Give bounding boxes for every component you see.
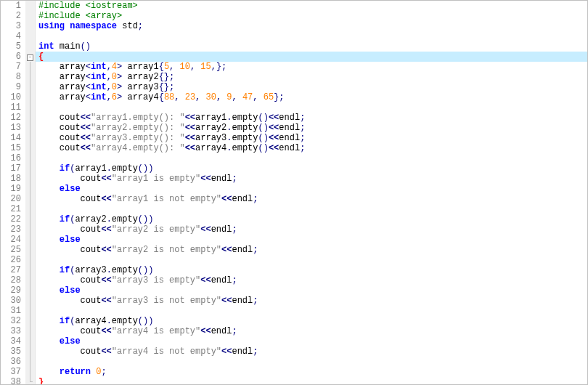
fold-gutter[interactable]	[25, 163, 36, 174]
fold-gutter[interactable]	[25, 367, 36, 377]
code-line[interactable]: 18 cout<<"array1 is empty"<<endl;	[1, 174, 587, 184]
code-line[interactable]: 11	[1, 102, 587, 113]
fold-gutter[interactable]	[25, 41, 36, 52]
code-content[interactable]	[36, 204, 587, 214]
code-line[interactable]: 36	[1, 357, 587, 367]
code-line[interactable]: 28 cout<<"array3 is empty"<<endl;	[1, 275, 587, 285]
fold-gutter[interactable]	[25, 265, 36, 275]
fold-gutter[interactable]	[25, 336, 36, 346]
fold-gutter[interactable]	[25, 11, 36, 21]
fold-gutter[interactable]	[25, 316, 36, 326]
code-line[interactable]: 6-{	[1, 52, 587, 62]
fold-gutter[interactable]	[25, 92, 36, 102]
code-content[interactable]: cout<<"array3 is empty"<<endl;	[36, 275, 587, 285]
code-editor[interactable]: 1#include <iostream>2#include <array>3us…	[1, 1, 587, 385]
code-content[interactable]: using namespace std;	[36, 21, 587, 31]
code-content[interactable]: cout<<"array2 is empty"<<endl;	[36, 224, 587, 235]
code-content[interactable]: cout<<"array2.empty(): "<<array2.empty()…	[36, 123, 587, 133]
code-line[interactable]: 29 else	[1, 285, 587, 296]
fold-gutter[interactable]	[25, 346, 36, 357]
fold-gutter[interactable]	[25, 296, 36, 306]
code-content[interactable]: array<int,0> array2{};	[36, 72, 587, 82]
code-content[interactable]: else	[36, 235, 587, 245]
code-line[interactable]: 35 cout<<"array4 is not empty"<<endl;	[1, 346, 587, 357]
code-line[interactable]: 16	[1, 153, 587, 163]
fold-gutter[interactable]	[25, 82, 36, 92]
code-content[interactable]: cout<<"array1 is not empty"<<endl;	[36, 194, 587, 204]
code-line[interactable]: 26	[1, 255, 587, 265]
code-line[interactable]: 31	[1, 306, 587, 316]
code-content[interactable]: {	[36, 52, 587, 62]
code-content[interactable]: return 0;	[36, 367, 587, 377]
code-content[interactable]: array<int,6> array4{88, 23, 30, 9, 47, 6…	[36, 92, 587, 102]
code-content[interactable]: else	[36, 336, 587, 346]
fold-gutter[interactable]	[25, 62, 36, 72]
fold-gutter[interactable]	[25, 326, 36, 336]
fold-gutter[interactable]	[25, 31, 36, 41]
code-content[interactable]: #include <iostream>	[36, 1, 587, 11]
code-line[interactable]: 32 if(array4.empty())	[1, 316, 587, 326]
fold-gutter[interactable]	[25, 377, 36, 385]
code-line[interactable]: 4	[1, 31, 587, 41]
code-content[interactable]: else	[36, 285, 587, 296]
fold-gutter[interactable]	[25, 113, 36, 123]
code-line[interactable]: 15 cout<<"array4.empty(): "<<array4.empt…	[1, 143, 587, 153]
code-line[interactable]: 17 if(array1.empty())	[1, 163, 587, 174]
code-line[interactable]: 21	[1, 204, 587, 214]
code-content[interactable]: cout<<"array3 is not empty"<<endl;	[36, 296, 587, 306]
code-content[interactable]	[36, 255, 587, 265]
code-line[interactable]: 9 array<int,0> array3{};	[1, 82, 587, 92]
code-content[interactable]: if(array3.empty())	[36, 265, 587, 275]
code-line[interactable]: 34 else	[1, 336, 587, 346]
fold-gutter[interactable]	[25, 255, 36, 265]
code-line[interactable]: 8 array<int,0> array2{};	[1, 72, 587, 82]
code-content[interactable]: else	[36, 184, 587, 194]
code-line[interactable]: 5int main()	[1, 41, 587, 52]
code-content[interactable]: cout<<"array1.empty(): "<<array1.empty()…	[36, 113, 587, 123]
code-line[interactable]: 14 cout<<"array3.empty(): "<<array3.empt…	[1, 133, 587, 143]
code-content[interactable]	[36, 102, 587, 113]
code-content[interactable]: cout<<"array4 is not empty"<<endl;	[36, 346, 587, 357]
code-content[interactable]: int main()	[36, 41, 587, 52]
fold-gutter[interactable]	[25, 204, 36, 214]
code-line[interactable]: 22 if(array2.empty())	[1, 214, 587, 224]
code-line[interactable]: 10 array<int,6> array4{88, 23, 30, 9, 47…	[1, 92, 587, 102]
code-content[interactable]: cout<<"array4.empty(): "<<array4.empty()…	[36, 143, 587, 153]
fold-gutter[interactable]	[25, 275, 36, 285]
code-line[interactable]: 38}	[1, 377, 587, 385]
fold-gutter[interactable]	[25, 214, 36, 224]
fold-gutter[interactable]	[25, 245, 36, 255]
code-content[interactable]	[36, 31, 587, 41]
fold-gutter[interactable]	[25, 357, 36, 367]
fold-gutter[interactable]	[25, 1, 36, 11]
code-line[interactable]: 20 cout<<"array1 is not empty"<<endl;	[1, 194, 587, 204]
fold-gutter[interactable]	[25, 133, 36, 143]
code-line[interactable]: 7 array<int,4> array1{5, 10, 15,};	[1, 62, 587, 72]
code-line[interactable]: 2#include <array>	[1, 11, 587, 21]
code-content[interactable]: cout<<"array1 is empty"<<endl;	[36, 174, 587, 184]
fold-gutter[interactable]	[25, 123, 36, 133]
fold-gutter[interactable]	[25, 153, 36, 163]
code-line[interactable]: 13 cout<<"array2.empty(): "<<array2.empt…	[1, 123, 587, 133]
code-line[interactable]: 1#include <iostream>	[1, 1, 587, 11]
fold-gutter[interactable]	[25, 306, 36, 316]
code-line[interactable]: 25 cout<<"array2 is not empty"<<endl;	[1, 245, 587, 255]
fold-gutter[interactable]	[25, 72, 36, 82]
code-line[interactable]: 12 cout<<"array1.empty(): "<<array1.empt…	[1, 113, 587, 123]
fold-gutter[interactable]	[25, 285, 36, 296]
code-content[interactable]: array<int,0> array3{};	[36, 82, 587, 92]
code-content[interactable]	[36, 357, 587, 367]
fold-collapse-icon[interactable]: -	[27, 54, 33, 61]
fold-gutter[interactable]	[25, 224, 36, 235]
code-content[interactable]: cout<<"array3.empty(): "<<array3.empty()…	[36, 133, 587, 143]
fold-gutter[interactable]	[25, 143, 36, 153]
code-content[interactable]: cout<<"array2 is not empty"<<endl;	[36, 245, 587, 255]
fold-gutter[interactable]: -	[25, 52, 36, 62]
code-content[interactable]: if(array2.empty())	[36, 214, 587, 224]
fold-gutter[interactable]	[25, 174, 36, 184]
code-line[interactable]: 23 cout<<"array2 is empty"<<endl;	[1, 224, 587, 235]
code-line[interactable]: 30 cout<<"array3 is not empty"<<endl;	[1, 296, 587, 306]
fold-gutter[interactable]	[25, 21, 36, 31]
fold-gutter[interactable]	[25, 184, 36, 194]
fold-gutter[interactable]	[25, 194, 36, 204]
